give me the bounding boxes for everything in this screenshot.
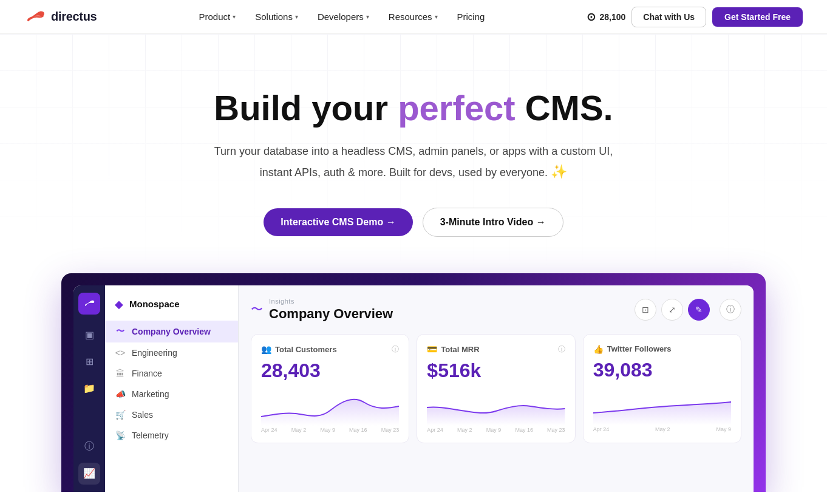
insights-icon: 〜 bbox=[251, 301, 263, 318]
twitter-value: 39,083 bbox=[593, 359, 731, 381]
logo-link[interactable]: directus bbox=[24, 6, 97, 28]
nav-developers[interactable]: Developers ▾ bbox=[309, 8, 378, 26]
github-badge[interactable]: ⊙ 28,100 bbox=[587, 10, 625, 24]
dashboard-inner: ▣ ⊞ 📁 ⓘ 📈 ◆ Monospace 〜 Company Overview… bbox=[73, 285, 754, 492]
customers-chart-labels: Apr 24 May 2 May 9 May 16 May 23 bbox=[261, 427, 399, 433]
code-icon: <> bbox=[115, 348, 126, 358]
menu-item-engineering[interactable]: <> Engineering bbox=[105, 342, 238, 363]
mrr-value: $516k bbox=[427, 359, 565, 382]
stat-card-customers: 👥 Total Customers ⓘ 28,403 bbox=[251, 334, 409, 443]
stat-card-twitter: 👍 Twitter Followers 39,083 bbox=[583, 334, 741, 443]
stat-card-header-twitter: 👍 Twitter Followers bbox=[593, 344, 731, 354]
logo-text: directus bbox=[51, 10, 97, 24]
basket-icon: 🛒 bbox=[115, 410, 126, 420]
nav-resources[interactable]: Resources ▾ bbox=[380, 8, 446, 26]
sidebar-icon-collections[interactable]: ▣ bbox=[78, 324, 100, 346]
stat-card-title-row-mrr: 💳 Total MRR bbox=[427, 344, 479, 354]
panel-title-row: 〜 Insights Company Overview ⊡ ⤢ ✎ ⓘ bbox=[251, 298, 741, 322]
panel-header: 〜 Insights Company Overview ⊡ ⤢ ✎ ⓘ bbox=[251, 298, 741, 322]
hero-subtitle: Turn your database into a headless CMS, … bbox=[207, 142, 620, 183]
chevron-down-icon: ▾ bbox=[366, 13, 369, 20]
hero-section: Build your perfect CMS. Turn your databa… bbox=[0, 34, 827, 273]
chat-button[interactable]: Chat with Us bbox=[631, 7, 706, 27]
sidebar-icon-insights[interactable]: 📈 bbox=[78, 463, 100, 485]
bullhorn-icon: 📣 bbox=[115, 389, 126, 399]
bank-icon: 🏛 bbox=[115, 369, 126, 378]
hero-content: Build your perfect CMS. Turn your databa… bbox=[12, 89, 815, 237]
nav-solutions[interactable]: Solutions ▾ bbox=[247, 8, 307, 26]
video-button[interactable]: 3-Minute Intro Video → bbox=[423, 208, 563, 237]
get-started-button[interactable]: Get Started Free bbox=[712, 7, 803, 27]
menu-item-finance[interactable]: 🏛 Finance bbox=[105, 363, 238, 384]
customers-value: 28,403 bbox=[261, 359, 399, 382]
panel-title-left: 〜 Insights Company Overview bbox=[251, 298, 393, 322]
menu-item-marketing[interactable]: 📣 Marketing bbox=[105, 384, 238, 404]
sidebar-icon-info[interactable]: ⓘ bbox=[78, 436, 100, 458]
nav-links: Product ▾ Solutions ▾ Developers ▾ Resou… bbox=[191, 8, 494, 26]
sidebar-icon-users[interactable]: ⊞ bbox=[78, 351, 100, 373]
nav-right: ⊙ 28,100 Chat with Us Get Started Free bbox=[587, 7, 803, 27]
hero-title: Build your perfect CMS. bbox=[12, 89, 815, 128]
diamond-icon: ◆ bbox=[115, 298, 123, 311]
info-button[interactable]: ⓘ bbox=[720, 299, 741, 321]
fullscreen-button[interactable]: ⤢ bbox=[661, 299, 683, 321]
dashboard-section: ▣ ⊞ 📁 ⓘ 📈 ◆ Monospace 〜 Company Overview… bbox=[49, 273, 778, 492]
stat-card-mrr: 💳 Total MRR ⓘ $516k bbox=[417, 334, 575, 443]
menu-header: ◆ Monospace bbox=[105, 293, 238, 316]
nav-pricing[interactable]: Pricing bbox=[449, 8, 494, 26]
menu-item-telemetry[interactable]: 📡 Telemetry bbox=[105, 425, 238, 446]
customers-icon: 👥 bbox=[261, 344, 271, 354]
chevron-down-icon: ▾ bbox=[295, 13, 298, 20]
nav-product[interactable]: Product ▾ bbox=[191, 8, 245, 26]
navbar: directus Product ▾ Solutions ▾ Developer… bbox=[0, 0, 827, 34]
menu-title: Monospace bbox=[129, 299, 180, 309]
mrr-title: Total MRR bbox=[441, 345, 479, 354]
menu-item-sales[interactable]: 🛒 Sales bbox=[105, 404, 238, 425]
panel-actions: ⊡ ⤢ ✎ ⓘ bbox=[635, 299, 741, 321]
sidebar-icon-files[interactable]: 📁 bbox=[78, 378, 100, 400]
sidebar-logo bbox=[78, 293, 100, 315]
twitter-title: Twitter Followers bbox=[607, 344, 672, 353]
sidebar: ▣ ⊞ 📁 ⓘ 📈 bbox=[73, 285, 105, 492]
mrr-chart bbox=[427, 389, 565, 426]
menu-item-company-overview[interactable]: 〜 Company Overview bbox=[105, 321, 238, 342]
satellite-icon: 📡 bbox=[115, 431, 126, 440]
mrr-chart-labels: Apr 24 May 2 May 9 May 16 May 23 bbox=[427, 427, 565, 433]
presentation-button[interactable]: ⊡ bbox=[635, 299, 656, 321]
menu-panel: ◆ Monospace 〜 Company Overview <> Engine… bbox=[105, 285, 239, 492]
stat-card-title-row-twitter: 👍 Twitter Followers bbox=[593, 344, 672, 354]
stat-card-header-customers: 👥 Total Customers ⓘ bbox=[261, 344, 399, 355]
twitter-chart-labels: Apr 24 May 2 May 9 bbox=[593, 426, 731, 432]
edit-button[interactable]: ✎ bbox=[688, 299, 710, 321]
twitter-icon: 👍 bbox=[593, 344, 604, 354]
stats-row: 👥 Total Customers ⓘ 28,403 bbox=[251, 334, 741, 443]
dashboard-wrapper: ▣ ⊞ 📁 ⓘ 📈 ◆ Monospace 〜 Company Overview… bbox=[61, 273, 766, 492]
hero-cta: Interactive CMS Demo → 3-Minute Intro Vi… bbox=[12, 208, 815, 237]
stat-card-header-mrr: 💳 Total MRR ⓘ bbox=[427, 344, 565, 355]
panel-title: Company Overview bbox=[269, 306, 393, 322]
demo-button[interactable]: Interactive CMS Demo → bbox=[264, 208, 412, 236]
customers-title: Total Customers bbox=[275, 345, 337, 354]
panel-label: Insights bbox=[269, 298, 393, 305]
customers-chart bbox=[261, 389, 399, 426]
chevron-down-icon: ▾ bbox=[435, 13, 438, 20]
github-icon: ⊙ bbox=[587, 10, 596, 24]
chart-icon: 〜 bbox=[115, 326, 126, 337]
chevron-down-icon: ▾ bbox=[233, 13, 236, 20]
mrr-icon: 💳 bbox=[427, 344, 437, 354]
stat-card-title-row-customers: 👥 Total Customers bbox=[261, 344, 337, 354]
customers-info-icon[interactable]: ⓘ bbox=[392, 344, 399, 355]
twitter-chart bbox=[593, 389, 731, 425]
sparkle-icon: ✨ bbox=[551, 160, 567, 183]
mrr-info-icon[interactable]: ⓘ bbox=[558, 344, 565, 355]
main-panel: 〜 Insights Company Overview ⊡ ⤢ ✎ ⓘ bbox=[239, 285, 754, 492]
